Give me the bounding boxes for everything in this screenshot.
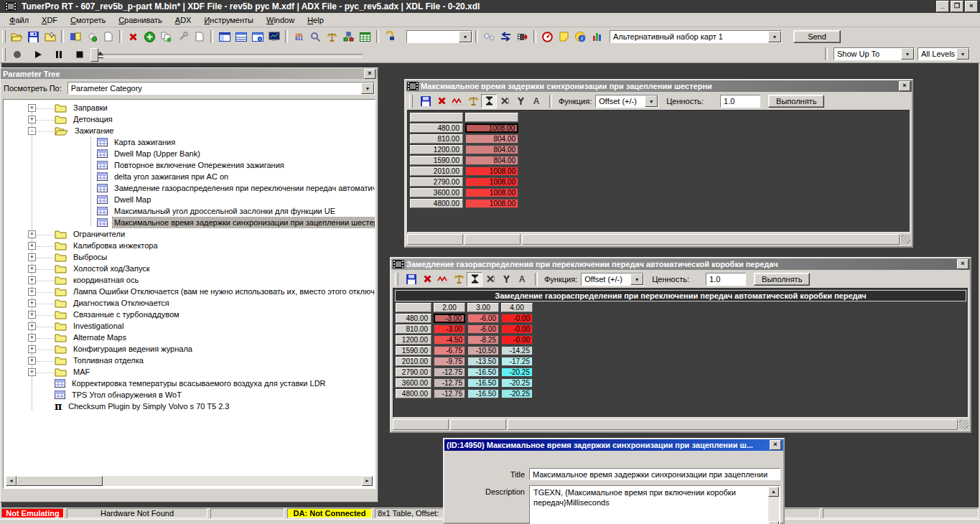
scroll-down-icon[interactable]: ▼ [768,521,779,524]
tree-item-label[interactable]: Зажигание [73,126,116,136]
text-view-button[interactable]: A [514,272,530,286]
table-cell[interactable]: -16.50 [467,389,499,398]
tree-item-label[interactable]: Холостой ход/Запуск [72,263,151,273]
delete-red-x-button[interactable] [434,94,449,108]
gears-icon[interactable] [481,29,498,45]
table-cell[interactable]: -12.75 [434,368,465,377]
gauge-icon[interactable] [539,29,556,45]
expand-plus-icon[interactable]: + [28,116,36,123]
tree-item-label[interactable]: Корректировка температуры всасываемого в… [70,378,327,388]
chevron-down-icon[interactable]: ▼ [901,48,914,60]
save-bin-icon[interactable] [25,29,42,45]
expand-plus-icon[interactable]: + [28,242,36,250]
restore-button[interactable]: ❐ [951,1,963,12]
table-cell[interactable]: -0.00 [501,314,533,323]
tree-item-label[interactable]: Ограничители [72,229,126,239]
parameter-tree-titlebar[interactable]: Parameter Tree × [1,68,378,79]
tree-item-label[interactable]: Checksum Plugin by Simply Volvo s 70 T5 … [67,401,230,411]
table-cell[interactable]: 804.00 [465,145,518,154]
dialog-titlebar[interactable]: (ID:14950) Максимальное время задержки с… [444,439,783,451]
save-table-icon[interactable] [418,93,434,109]
playback-slider-thumb[interactable] [90,48,98,62]
close-icon[interactable]: × [899,81,910,91]
resize-grip[interactable] [959,420,969,429]
scales-icon[interactable] [465,93,481,109]
tree-item[interactable]: +координатная ось [4,274,375,286]
table-cell[interactable]: -4.50 [434,335,465,345]
expand-plus-icon[interactable]: + [28,253,36,261]
table-cell[interactable]: -13.50 [467,357,499,366]
expand-plus-icon[interactable]: + [28,288,36,296]
resize-grip[interactable] [901,235,910,244]
levels-combo[interactable]: All Levels ▼ [918,47,970,60]
binary-view-icon[interactable]: 101011 [291,29,307,45]
menu-инструменты[interactable]: Инструменты [197,14,260,26]
blank-page-icon[interactable] [191,29,207,45]
film-export-icon[interactable] [514,29,531,45]
playback-slider-track[interactable] [93,54,363,57]
tree-item-label[interactable]: Максимальное время задержки синхронизаци… [113,217,375,228]
tree-item[interactable]: +Investigational [4,320,375,332]
scroll-left-icon[interactable]: ◄ [6,476,17,486]
list-view-icon[interactable] [233,29,249,45]
close-icon[interactable]: × [957,259,969,269]
tree-item-label[interactable]: TPS Угол обнаружения в WoT [70,390,183,400]
scales-icon[interactable] [324,29,340,45]
menu-window[interactable]: Window [260,14,301,26]
bar-chart-icon[interactable] [589,29,605,45]
tree-item[interactable]: Максимальный угол дроссельной заслонки д… [4,205,375,217]
table-calc-icon[interactable] [357,29,373,45]
menu-xdf[interactable]: XDF [35,14,64,26]
tree-item[interactable]: delta угол зажигания при AC on [4,171,375,182]
chevron-down-icon[interactable]: ▼ [459,31,472,42]
hourglass-button[interactable] [467,272,482,286]
table-cell[interactable]: 1008.00 [465,177,518,187]
table-cell[interactable]: -6.00 [467,314,499,323]
expand-plus-icon[interactable]: + [28,265,36,273]
swap-arrows-icon[interactable] [498,29,514,45]
tree-item[interactable]: +Диагностика Отключается [4,297,375,309]
tree-map-icon[interactable] [340,29,357,45]
expand-plus-icon[interactable]: + [28,299,36,307]
table-cell[interactable]: -12.75 [434,389,465,398]
expand-plus-icon[interactable]: + [28,230,36,238]
tree-item[interactable]: +Связанные с турбонаддувом [4,309,375,320]
expand-plus-icon[interactable]: + [28,357,36,365]
table-cell[interactable]: 804.00 [465,156,518,165]
tree-item[interactable]: Корректировка температуры всасываемого в… [4,378,375,389]
tree-item-label[interactable]: координатная ось [72,275,140,285]
scales-button[interactable] [465,94,481,108]
menu-help[interactable]: Help [301,14,330,26]
title-field[interactable]: Максимальное время задержки синхронизаци… [529,468,780,480]
table-cell[interactable]: -12.75 [434,378,465,388]
menu-смотреть[interactable]: Смотреть [64,14,112,26]
chevron-down-icon[interactable]: ▼ [956,48,969,60]
table-cell[interactable]: -16.50 [467,378,499,388]
window-titlebar[interactable]: Замедление газораспределения при переклю… [391,258,970,270]
expand-plus-icon[interactable]: + [28,345,36,353]
axis-x-button[interactable] [482,272,498,286]
axis-y-icon[interactable] [498,271,514,287]
table-cell[interactable]: 1008.00 [465,167,518,176]
tree-item[interactable]: Dwell Map (Upper Bank) [4,148,375,159]
tree-item-label[interactable]: MAF [72,367,91,377]
send-button[interactable]: Send [793,30,841,43]
tree-item-label[interactable]: Замедление газораспределения при переклю… [113,183,375,193]
table-cell[interactable]: -20.25 [501,389,533,398]
note-icon[interactable] [556,29,572,45]
description-field[interactable]: TGEXN, {Максимальное время при включении… [529,485,780,524]
table-cell[interactable]: -6.00 [467,324,499,334]
save-table-button[interactable] [418,94,434,108]
datalog-combo[interactable]: ▼ [406,30,472,43]
save-table-button[interactable] [403,272,419,286]
delete-item-icon[interactable] [125,29,141,45]
value-input[interactable]: 1.0 [720,95,760,108]
tree-item[interactable]: +Детонация [4,113,375,125]
axis-x-button[interactable] [497,94,513,108]
horizontal-scrollbar[interactable]: ◄ ► [6,476,373,486]
axis-x-icon[interactable] [497,93,513,109]
table-cell[interactable]: -14.25 [501,346,533,355]
window-titlebar[interactable]: Максимальное время задержки синхронизаци… [406,80,912,92]
new-diamond-icon[interactable] [83,29,100,45]
table-cell[interactable]: -16.50 [467,368,499,377]
